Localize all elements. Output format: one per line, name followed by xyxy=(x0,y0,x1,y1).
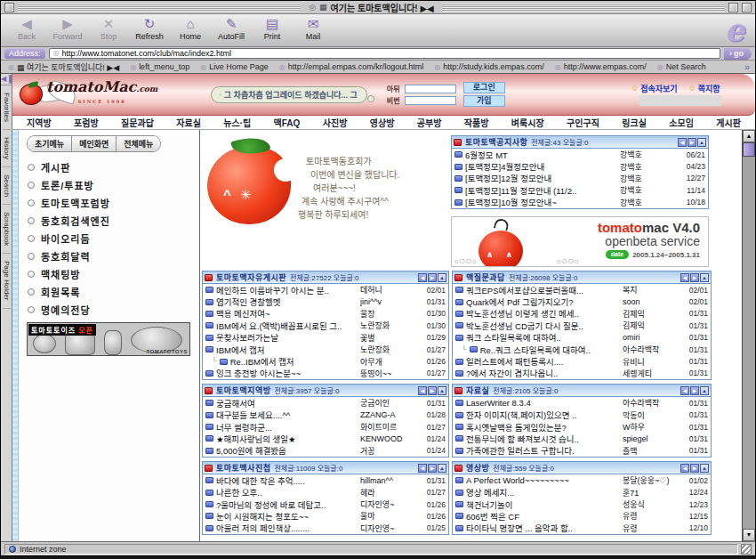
explorer-tab[interactable]: Page Holder xyxy=(3,254,11,308)
board-title[interactable]: 영상방 xyxy=(466,462,489,474)
resize-grip[interactable] xyxy=(741,544,752,555)
nav-item[interactable]: 자료실 xyxy=(176,116,201,129)
post-title[interactable]: 엽기적인 경찰헬멧 xyxy=(216,296,358,308)
board-row[interactable]: 맥용 메신저여~ 울장 01/30 xyxy=(203,308,448,320)
favorites-overflow-chevron[interactable]: » xyxy=(744,61,750,72)
scrollbar-thumb[interactable] xyxy=(743,142,755,157)
zoom-button[interactable] xyxy=(728,3,738,12)
post-title[interactable]: IBM에서 요.(액박)배꼽표시로된 그.. xyxy=(216,320,358,332)
post-title[interactable]: 5,000원에 해결봤음 xyxy=(216,444,358,457)
post-title[interactable]: IBM에서 캡처 xyxy=(216,344,358,356)
board-row[interactable]: 타이타닉 명장면 ... 음악과 함.. 유령 12/10 xyxy=(453,523,711,534)
menu-item[interactable]: 토마토맥포럼방 xyxy=(25,194,193,212)
nav-item[interactable]: 구인구직 xyxy=(567,116,599,129)
post-title[interactable]: 책건너기놀이 xyxy=(466,498,620,511)
menu-item[interactable]: 맥채팅방 xyxy=(25,265,193,283)
post-title[interactable]: 타이타닉 명장면 ... 음악과 함.. xyxy=(466,522,620,534)
toolbar-button[interactable]: ↻ Refresh xyxy=(129,16,170,46)
nav-item[interactable]: 사진방 xyxy=(323,116,348,129)
post-title[interactable]: 잉크 충전방 아시는분~~ xyxy=(216,367,358,379)
board-row[interactable]: IBM에서 요.(액박)배꼽표시로된 그.. 노란장화 01/30 xyxy=(203,320,448,331)
board-row[interactable]: 5,000원에 해결봤음 거꽁 01/24 xyxy=(203,445,448,457)
post-title[interactable]: [토맥정모]11월 정모안내 (11/2.. xyxy=(465,184,617,197)
nav-item[interactable]: 벼룩시장 xyxy=(511,116,544,129)
toolbar-button[interactable]: ✎ AutoFill xyxy=(211,16,252,46)
toolbar-button[interactable]: ⌂ Home xyxy=(170,16,211,46)
post-title[interactable]: 박노훈선생님 이렇게 생긴 메세.. xyxy=(466,307,620,320)
nav-item[interactable]: 링크실 xyxy=(622,116,647,129)
vertical-scrollbar[interactable]: ▲ ▼ xyxy=(742,130,755,541)
board-row[interactable]: Re..IBM에서 캡처 아무개 01/26 xyxy=(203,355,448,367)
nav-item[interactable]: 맥FAQ xyxy=(274,116,301,129)
board-title[interactable]: 토마토맥공지사항 xyxy=(465,136,527,148)
board-top-button[interactable] xyxy=(700,273,709,282)
post-title[interactable]: 대구분들 보세요....^^ xyxy=(216,409,358,421)
board-row[interactable]: 책건너기놀이 성웅식 12/23 xyxy=(453,498,711,510)
favorites-item[interactable]: Live Home Page xyxy=(200,61,269,73)
nav-item[interactable]: 뉴스·팁 xyxy=(223,116,251,129)
explorer-tab[interactable]: History xyxy=(3,130,11,167)
board-row[interactable]: 쿼크EPS에서포샵으로불러올때... 복지 02/01 xyxy=(453,284,711,296)
post-title[interactable]: 메인하드 이름바꾸기 아시는 분.. xyxy=(216,284,358,296)
post-title[interactable]: 쿼크 스타일목록에 대하여.. xyxy=(466,331,620,344)
board-row[interactable]: 눈이 시원해지는 청포도~~ 울마 01/26 xyxy=(203,510,448,522)
post-title[interactable]: 혹시옛날맥용 돔게임있는분? xyxy=(466,421,620,433)
board-row[interactable]: ★해피사랑님의 생일★ KENWOOD 01/24 xyxy=(203,433,448,444)
board-top-button[interactable] xyxy=(700,464,709,473)
board-row[interactable]: Re..쿼크 스타일목록에 대하여.. 아수라백작 01/31 xyxy=(453,344,711,355)
post-title[interactable]: 눈이 시원해지는 청포도~~ xyxy=(216,510,358,523)
explorer-tab[interactable]: Scrapbook xyxy=(3,205,11,254)
explorer-collapse-button[interactable]: ◀▐ xyxy=(1,74,12,85)
nav-item[interactable]: 게시판 xyxy=(716,116,741,129)
board-row[interactable]: 아울러 저의 페인책상........ 디자인영~ 01/25 xyxy=(203,523,448,534)
toolbar-button[interactable]: ✕ Stop xyxy=(88,16,129,46)
board-prev-button[interactable] xyxy=(680,273,689,282)
explorer-tab[interactable]: Search xyxy=(3,167,11,205)
favorites-item[interactable]: http://empal.empas.com/kr/logout.html xyxy=(279,61,424,73)
board-row[interactable]: 메인하드 이름바꾸기 아시는 분.. 데허니 02/01 xyxy=(203,284,448,296)
favorites-item[interactable]: left_menu_top xyxy=(130,61,189,73)
menu-item[interactable]: 명예의전당 xyxy=(25,301,193,319)
post-title[interactable]: 아울러 저의 페인책상........ xyxy=(216,522,358,534)
post-title[interactable]: 나른한 오후.. xyxy=(216,486,358,498)
board-row[interactable]: LaserWriter 8.3.4 아수라백작 01/31 xyxy=(453,397,711,409)
nav-item[interactable]: 작품방 xyxy=(464,116,489,129)
scroll-up-button[interactable]: ▲ xyxy=(743,130,755,142)
post-title[interactable]: 궁금해서여 xyxy=(216,397,358,409)
toolbar-button[interactable]: ▤ Print xyxy=(252,16,293,46)
nav-item[interactable]: 영상방 xyxy=(370,116,395,129)
board-row[interactable]: 너무 썰렁하군... 화이트미르 01/27 xyxy=(203,421,448,433)
post-title[interactable]: 바다에 대한 작은 추억..... xyxy=(216,474,358,487)
favorites-item[interactable]: http://www.empas.com/ xyxy=(555,61,647,73)
id-field[interactable] xyxy=(405,85,456,93)
post-title[interactable]: Quark에서 Pdf 그림가지오기? xyxy=(466,296,620,308)
post-title[interactable]: 가족에관한 일러스트 구합니다. xyxy=(466,444,620,457)
post-title[interactable]: 606번 찍은 CF xyxy=(466,510,620,523)
address-input[interactable] xyxy=(62,49,716,58)
board-row[interactable]: 쿼크 스타일목록에 대하여.. omiri 01/31 xyxy=(453,332,711,344)
board-next-button[interactable] xyxy=(688,138,696,147)
post-title[interactable]: ?울마님의 정성에 바로 데탑고.. xyxy=(216,498,358,511)
tomatotoys-banner[interactable]: 토마토토이즈오픈 TOMATOTOYS xyxy=(27,322,190,356)
board-row[interactable]: [토맥정모]10월 정모안내~ 강백호 10/18 xyxy=(452,197,708,208)
board-row[interactable]: IBM에서 캡처 노란장화 01/27 xyxy=(203,344,448,355)
nav-item[interactable]: 포럼방 xyxy=(74,116,99,129)
board-row[interactable]: 일러스트에서 패턴등록시.... 유비니 01/31 xyxy=(453,355,711,367)
post-title[interactable]: 너무 썰렁하군... xyxy=(216,421,358,433)
menu-button[interactable]: 전체메뉴 xyxy=(117,136,160,151)
board-row[interactable]: [토맥정모]12월 정모안내 강백호 12/27 xyxy=(452,173,708,184)
menu-item[interactable]: 동호회검색엔진 xyxy=(25,212,193,230)
board-top-button[interactable] xyxy=(438,386,446,395)
board-title[interactable]: 토마토맥자유게시판 xyxy=(216,271,286,283)
menu-item[interactable]: 바이오리듬 xyxy=(25,230,193,247)
board-row[interactable]: 나른한 오후.. 헤라 01/27 xyxy=(203,486,448,498)
explorer-tab[interactable]: Favorites xyxy=(3,85,11,130)
left-frame-scrollbar[interactable] xyxy=(12,130,19,541)
board-row[interactable]: 6월정모 MT 강백호 06/21 xyxy=(452,149,708,160)
board-next-button[interactable] xyxy=(428,273,437,282)
board-row[interactable]: [토맥정모]4월정모안내 강백호 04/23 xyxy=(452,160,708,172)
board-next-button[interactable] xyxy=(690,386,699,395)
board-row[interactable]: 혹시옛날맥용 돔게임있는분? W하우 01/31 xyxy=(453,421,711,433)
post-title[interactable]: LaserWriter 8.3.4 xyxy=(466,398,620,408)
password-field[interactable] xyxy=(405,96,456,105)
